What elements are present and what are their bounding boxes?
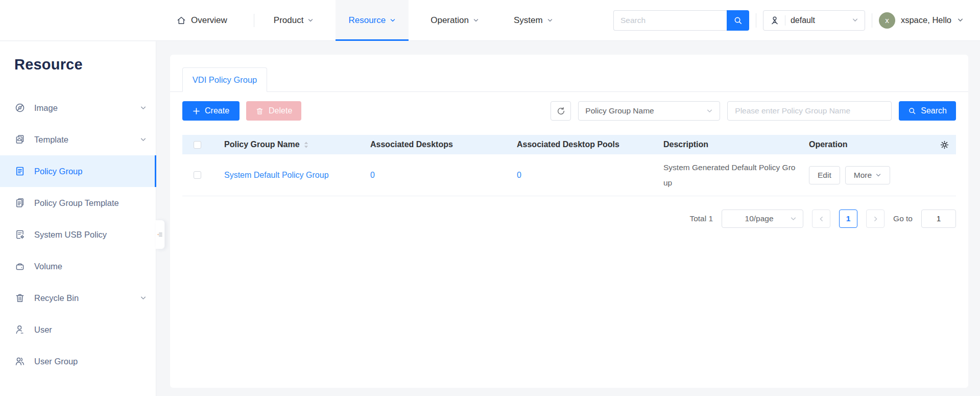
sidebar-item-image[interactable]: Image	[0, 92, 156, 124]
sidebar-item-label: System USB Policy	[34, 230, 107, 240]
header-description: Description	[651, 140, 797, 149]
nav-item-product[interactable]: Product	[261, 0, 327, 40]
sidebar-item-policy-group-template[interactable]: Policy Group Template	[0, 187, 156, 219]
chevron-down-icon	[140, 105, 147, 111]
filter-field-select[interactable]: Policy Group Name	[578, 101, 720, 121]
cell-associated-desktops: 0	[358, 171, 505, 180]
associated-desktops-link[interactable]: 0	[370, 171, 375, 179]
main-content: VDI Policy Group Create Delete	[157, 41, 980, 396]
page-size-select[interactable]: 10/page	[722, 209, 803, 228]
header-associated-desktops: Associated Desktops	[358, 140, 505, 149]
top-bar: Overview Product Resource Operation Syst…	[0, 0, 980, 41]
chevron-down-icon	[706, 108, 713, 114]
search-icon	[908, 107, 916, 115]
sidebar-item-policy-group[interactable]: Policy Group	[0, 155, 156, 187]
pagination: Total 1 10/page 1 Go to	[182, 209, 956, 228]
sort-caret-icon[interactable]	[303, 141, 309, 149]
top-bar-right: default x xspace, Hello	[613, 0, 980, 40]
sidebar-item-label: Policy Group	[34, 167, 82, 176]
cell-description: System Generated Default Policy Group	[651, 160, 797, 191]
tab-bar: VDI Policy Group	[170, 55, 968, 92]
nav-item-system[interactable]: System	[501, 0, 566, 40]
header-label: Operation	[809, 140, 848, 149]
chevron-down-icon	[140, 136, 147, 143]
nav-label-system: System	[514, 15, 543, 26]
global-search	[613, 10, 749, 31]
nav-item-overview[interactable]: Overview	[176, 0, 247, 40]
global-search-button[interactable]	[727, 10, 749, 31]
chevron-down-icon	[957, 17, 964, 24]
header-associated-desktop-pools: Associated Desktop Pools	[505, 140, 651, 149]
create-button[interactable]: Create	[182, 101, 240, 121]
user-group-icon	[14, 356, 26, 367]
page-number: 1	[846, 214, 851, 223]
policy-group-link[interactable]: System Default Policy Group	[224, 171, 329, 180]
sidebar-item-user[interactable]: User	[0, 314, 156, 345]
nav-item-resource[interactable]: Resource	[336, 0, 409, 40]
nav-item-operation[interactable]: Operation	[418, 0, 492, 40]
prev-page-button[interactable]	[812, 209, 830, 228]
template-icon	[14, 134, 26, 145]
top-nav: Overview Product Resource Operation Syst…	[176, 0, 566, 40]
search-button[interactable]: Search	[899, 101, 956, 121]
policy-group-template-icon	[14, 197, 26, 208]
chevron-down-icon	[852, 17, 858, 24]
sidebar-collapse-handle[interactable]	[156, 220, 165, 249]
pagination-total: Total 1	[689, 214, 713, 223]
workspace-select[interactable]: default	[763, 10, 865, 31]
row-checkbox-cell	[182, 171, 212, 179]
search-button-label: Search	[921, 106, 947, 115]
sidebar-item-label: Image	[34, 103, 58, 113]
chevron-down-icon	[875, 172, 881, 178]
associated-desktop-pools-link[interactable]: 0	[517, 171, 521, 179]
table-header-row: Policy Group Name Associated Desktops As…	[182, 135, 956, 154]
home-icon	[176, 15, 186, 26]
delete-button[interactable]: Delete	[246, 101, 301, 121]
sidebar-item-system-usb-policy[interactable]: System USB Policy	[0, 219, 156, 250]
refresh-icon	[556, 106, 566, 116]
header-label: Policy Group Name	[224, 140, 300, 149]
edit-button-label: Edit	[818, 171, 831, 180]
sidebar-item-user-group[interactable]: User Group	[0, 345, 156, 377]
refresh-button[interactable]	[551, 101, 571, 121]
policy-group-name-input[interactable]	[727, 101, 892, 121]
page-1-button[interactable]: 1	[839, 209, 857, 228]
goto-page-input[interactable]	[921, 209, 956, 228]
trash-icon	[255, 107, 264, 115]
sidebar-menu: Image Template Policy Group Policy	[0, 92, 156, 377]
sidebar-item-label: User Group	[34, 357, 78, 366]
chevron-right-icon	[872, 216, 879, 222]
edit-button[interactable]: Edit	[809, 166, 840, 184]
content-card: VDI Policy Group Create Delete	[170, 55, 968, 388]
cell-associated-desktop-pools: 0	[505, 171, 651, 180]
user-menu[interactable]: x xspace, Hello	[879, 12, 964, 29]
toolbar: Create Delete Policy Group Name	[182, 101, 956, 121]
row-checkbox[interactable]	[194, 171, 201, 179]
select-all-checkbox[interactable]	[194, 141, 201, 149]
create-button-label: Create	[205, 106, 229, 115]
global-search-input[interactable]	[613, 10, 727, 31]
tab-vdi-policy-group[interactable]: VDI Policy Group	[182, 67, 267, 92]
divider	[785, 15, 785, 26]
person-icon	[770, 15, 780, 26]
sidebar-item-label: Volume	[34, 262, 62, 271]
more-button-label: More	[854, 171, 872, 180]
chevron-down-icon	[790, 216, 797, 222]
plus-icon	[193, 107, 200, 115]
search-icon	[733, 16, 743, 25]
recycle-bin-icon	[14, 292, 26, 304]
filter-field-value: Policy Group Name	[585, 106, 706, 115]
goto-label: Go to	[893, 214, 913, 223]
nav-label-overview: Overview	[191, 15, 227, 26]
next-page-button[interactable]	[866, 209, 885, 228]
sidebar-item-recycle-bin[interactable]: Recycle Bin	[0, 282, 156, 314]
more-button[interactable]: More	[845, 166, 890, 184]
description-text: System Generated Default Policy Group	[663, 160, 796, 191]
sidebar-item-template[interactable]: Template	[0, 124, 156, 155]
chevron-down-icon	[307, 17, 314, 24]
sidebar-item-volume[interactable]: Volume	[0, 250, 156, 282]
chevron-down-icon	[140, 295, 147, 301]
header-label: Description	[663, 140, 708, 149]
gear-icon[interactable]	[939, 139, 950, 150]
sidebar-item-label: Policy Group Template	[34, 198, 119, 208]
